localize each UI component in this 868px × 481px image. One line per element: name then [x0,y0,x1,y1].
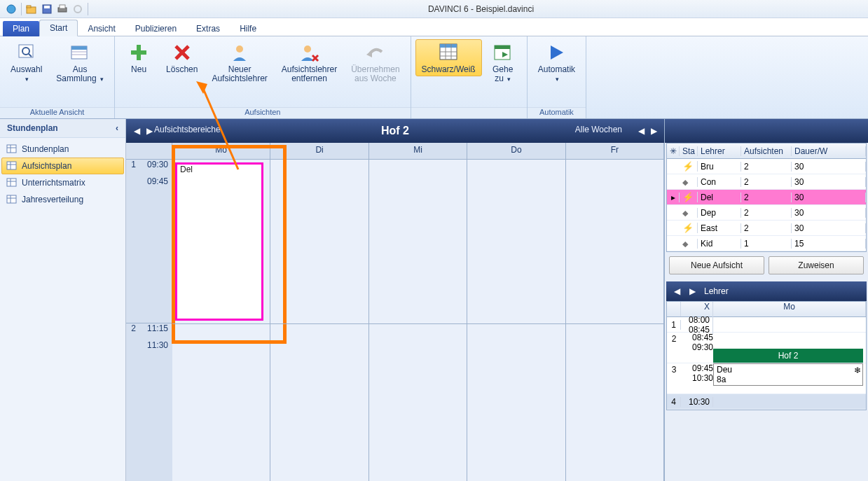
auswahl-label: Auswahl [11,64,42,74]
col-do[interactable] [467,160,565,481]
col-mo[interactable]: Del [172,160,270,481]
schedule-grid[interactable]: 109:30 09:45 211:15 11:30 Del [126,160,664,481]
sidebar-item-jahresverteilung[interactable]: Jahresverteilung [1,191,124,208]
automatik-button[interactable]: Automatik [532,39,581,86]
zuweisen-button[interactable]: Zuweisen [769,256,864,274]
sidebar-header: Stundenplan ‹ [0,119,125,138]
sidebar-item-stundenplan[interactable]: Stundenplan [1,141,124,158]
col-mi[interactable] [369,160,467,481]
svg-rect-6 [60,5,65,8]
plus-icon [128,41,150,64]
table-row[interactable]: ◆Con230 [667,174,866,190]
diamond-icon: ◆ [682,239,688,248]
aus-sammlung-button[interactable]: Aus Sammlung [50,39,110,86]
tab-plan[interactable]: Plan [3,21,39,36]
table-row[interactable]: ⚡East230 [667,221,866,236]
mini-schedule: ◀ ▶ Lehrer X Mo 1 08:0008:45 2 08:4509:3… [666,281,867,410]
ribbon: Auswahl Aus Sammlung Aktuelle Ansicht Ne… [0,36,868,119]
mini-next-button[interactable]: ▶ [686,285,698,298]
tab-ansicht[interactable]: Ansicht [78,21,125,36]
group-label-aufsichten: Aufsichten [115,107,411,118]
al-entfernen-label: Aufsichtslehrer entfernen [282,65,337,83]
title-bar: DAVINCI 6 - Beispiel.davinci [0,0,868,18]
goto-calendar-icon [492,41,514,64]
col-fr[interactable] [566,160,664,481]
neuer-al-label: Neuer Aufsichtslehrer [212,65,267,83]
day-header-row: Mo Di Mi Do Fr [126,143,664,160]
hof-badge[interactable]: Hof 2 [713,349,863,363]
automatik-label: Automatik [538,64,575,74]
neue-aufsicht-button[interactable]: Neue Aufsicht [669,256,764,274]
open-icon[interactable] [26,4,37,15]
loeschen-button[interactable]: Löschen [160,39,204,76]
ribbon-tabs: Plan Start Ansicht Publizieren Extras Hi… [0,18,868,36]
mini-header: ◀ ▶ Lehrer [666,281,867,301]
gehe-zu-button[interactable]: Gehe zu [483,39,523,86]
aus-sammlung-label: Aus Sammlung [56,64,96,83]
play-icon [545,41,567,64]
sidebar-item-unterrichtsmatrix[interactable]: Unterrichtsmatrix [1,174,124,191]
event-label: Del [180,165,193,174]
refresh-icon[interactable] [72,4,83,15]
schedule-event[interactable]: Del [175,162,263,321]
period-number: 1 [126,160,139,176]
prev-week-button[interactable]: ◀ [635,125,647,137]
schwarzweiss-button[interactable]: Schwarz/Weiß [415,39,482,76]
sidebar: Stundenplan ‹ Stundenplan Aufsichtsplan … [0,119,126,481]
right-panel: ✳ Sta Lehrer Aufsichten Dauer/W ⚡Bru230 … [665,119,868,481]
auswahl-button[interactable]: Auswahl [4,39,48,86]
mini-col-mo[interactable]: Mo [713,302,866,316]
col-lehrer[interactable]: Lehrer [698,146,741,156]
time-column: 109:30 09:45 211:15 11:30 [126,160,172,481]
period-number: 2 [126,323,139,340]
neu-button[interactable]: Neu [119,39,158,76]
svg-rect-31 [495,46,510,49]
mini-row[interactable]: 1 08:0008:45 [667,317,866,333]
neuer-aufsichtslehrer-button[interactable]: Neuer Aufsichtslehrer [205,39,273,85]
app-menu-icon[interactable] [6,4,17,15]
snowflake-icon: ❄ [854,365,861,375]
prev-area-button[interactable]: ◀ [130,125,143,137]
table-row[interactable]: ◆Kid115 [667,236,866,251]
aufsichtslehrer-entfernen-button[interactable]: Aufsichtslehrer entfernen [275,39,343,85]
mini-table: X Mo 1 08:0008:45 2 08:4509:30 Hof 2 3 [666,301,867,410]
svg-point-7 [74,6,81,13]
group-view: Schwarz/Weiß Gehe zu [411,36,528,118]
next-week-button[interactable]: ▶ [647,125,660,137]
group-label-view [411,107,527,118]
save-icon[interactable] [41,4,53,15]
col-aufsichten[interactable]: Aufsichten [741,146,792,156]
col-di[interactable] [270,160,368,481]
table-row[interactable]: ◆Dep230 [667,205,866,221]
sidebar-title: Stundenplan [7,123,58,133]
col-status[interactable]: Sta [680,146,698,156]
tab-extras[interactable]: Extras [186,21,230,36]
svg-marker-23 [366,50,372,57]
teacher-table: ✳ Sta Lehrer Aufsichten Dauer/W ⚡Bru230 … [666,143,867,252]
tab-start[interactable]: Start [39,20,78,36]
tab-hilfe[interactable]: Hilfe [230,21,266,36]
table-row[interactable]: ⚡Bru230 [667,159,866,174]
svg-point-19 [236,46,243,53]
mini-row[interactable]: 3 09:4510:30 Deu 8a ❄ [667,363,866,394]
col-star[interactable]: ✳ [667,146,680,156]
delete-x-icon [171,41,193,64]
mini-prev-button[interactable]: ◀ [670,285,683,298]
table-row-selected[interactable]: ▸⚡Del230 [667,190,866,205]
diamond-icon: ◆ [682,209,688,217]
lesson-box[interactable]: Deu 8a ❄ [713,363,863,386]
col-dauer[interactable]: Dauer/W [792,146,866,156]
uebernehmen-button: Übernehmen aus Woche [345,39,406,85]
mini-row[interactable]: 2 08:4509:30 Hof 2 [667,333,866,363]
bolt-icon: ⚡ [682,161,694,172]
mini-row[interactable]: 4 10:30 [667,394,866,410]
collapse-button[interactable]: ‹ [116,123,118,133]
time-label: 09:30 [139,160,172,176]
separator [21,3,22,15]
neu-label: Neu [131,65,146,74]
svg-rect-12 [71,46,87,50]
tab-publizieren[interactable]: Publizieren [125,21,186,36]
sidebar-item-aufsichtsplan[interactable]: Aufsichtsplan [1,158,124,174]
print-icon[interactable] [57,4,68,15]
window-title: DAVINCI 6 - Beispiel.davinci [94,4,868,14]
